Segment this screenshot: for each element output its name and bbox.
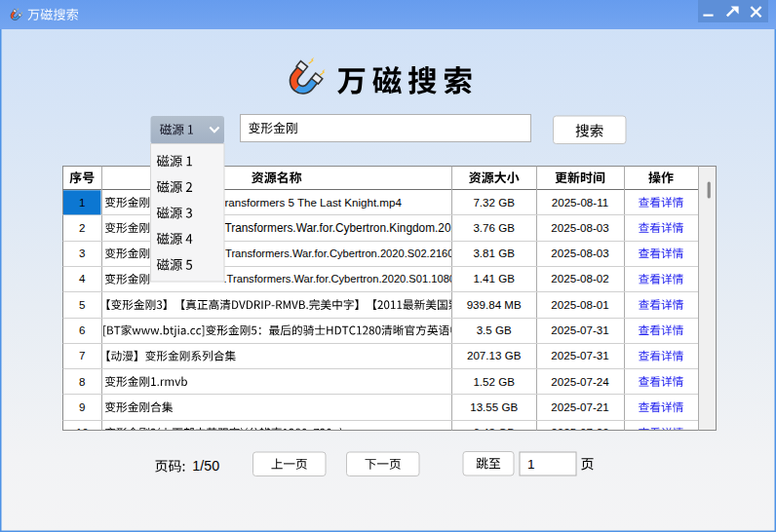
svg-text:2025-08-03: 2025-08-03 [551,221,608,234]
svg-text:3.81 GB: 3.81 GB [473,247,515,259]
svg-text:.Transformers.War.for.Cybertro: .Transformers.War.for.Cybertron.2020.S01… [224,273,489,285]
svg-text:9: 9 [79,400,85,413]
svg-text:1: 1 [527,457,535,472]
svg-text:1.41 GB: 1.41 GB [473,272,515,285]
svg-text:3: 3 [79,247,85,259]
svg-text:2025-08-02: 2025-08-02 [551,272,608,285]
svg-text:Transformers.War.for.Cybertron: Transformers.War.for.Cybertron.Kingdom.2… [224,221,487,235]
svg-text:207.13 GB: 207.13 GB [467,349,522,361]
svg-text:2025-07-24: 2025-07-24 [551,375,609,388]
svg-text:2: 2 [79,221,85,234]
svg-text:8: 8 [79,375,85,388]
svg-text:939.84 MB: 939.84 MB [467,298,522,311]
svg-text:2025-07-31: 2025-07-31 [551,349,608,361]
svg-text:1.52 GB: 1.52 GB [473,375,515,388]
svg-text:2025-08-01: 2025-08-01 [551,298,608,311]
svg-text:1/50: 1/50 [192,458,219,474]
svg-text:1: 1 [79,196,85,209]
svg-text:2025-08-11: 2025-08-11 [552,196,608,209]
svg-text:3.76 GB: 3.76 GB [473,221,515,234]
svg-text:4: 4 [79,272,86,285]
svg-text:2025-08-03: 2025-08-03 [551,247,608,259]
svg-text:13.55 GB: 13.55 GB [470,400,518,413]
svg-text:Transformers.War.for.Cybertron: Transformers.War.for.Cybertron.2020.S02.… [225,247,487,259]
svg-text:7.32 GB: 7.32 GB [473,196,515,209]
svg-text:6: 6 [79,323,85,336]
svg-text:7: 7 [79,349,85,361]
svg-text:5: 5 [79,298,85,311]
svg-text:2025-07-21: 2025-07-21 [551,400,608,413]
svg-text:ransformers 5 The Last Knight.: ransformers 5 The Last Knight.mp4 [224,196,402,209]
svg-text:3.5 GB: 3.5 GB [477,323,512,336]
svg-text:2025-07-31: 2025-07-31 [551,323,608,336]
